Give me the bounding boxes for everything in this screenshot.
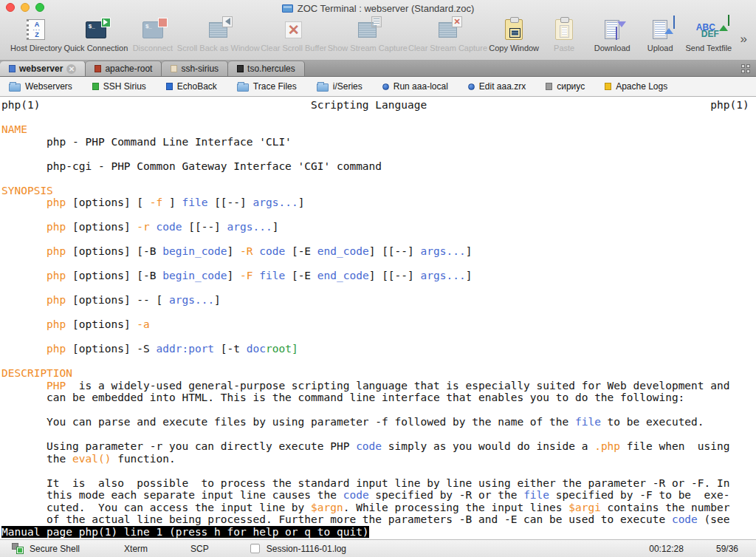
quick-button-сириус[interactable]: сириус: [546, 81, 585, 92]
quick-button-label: EchoBack: [177, 81, 217, 92]
quick-button-label: Trace Files: [253, 81, 297, 92]
window-title-text: ZOC Terminal : webserver (Standard.zoc): [298, 3, 475, 14]
tab-close-icon[interactable]: ✕: [66, 64, 76, 74]
toolbar-button-label: Paste: [554, 44, 574, 52]
connection-status-icon: [12, 543, 24, 554]
square-icon: [605, 83, 611, 90]
quick-button-ssh-sirius[interactable]: SSH Sirius: [92, 81, 146, 92]
toolbar-button-label: Clear Scroll Buffer: [261, 44, 326, 52]
terminal-line: [1, 258, 756, 270]
terminal-line: [1, 331, 756, 344]
clear-stream-icon: ✕: [434, 18, 462, 41]
toolbar-quick-connection-button[interactable]: $_Quick Connection: [66, 18, 126, 52]
terminal-line: [1, 233, 756, 246]
square-icon: [92, 83, 99, 90]
tab-bar: webserver✕apache-rootssh-siriustso.hercu…: [0, 61, 756, 77]
session-type-icon: [9, 65, 16, 72]
quick-button-edit-aaa-zrx[interactable]: Edit aaa.zrx: [468, 81, 526, 92]
tab-tso-hercules[interactable]: tso.hercules: [228, 61, 305, 76]
terminal-line: [1, 465, 756, 477]
close-window-button[interactable]: [6, 3, 15, 12]
quick-button-label: Apache Logs: [616, 81, 667, 92]
toolbar-copy-window-button[interactable]: Copy Window: [490, 18, 537, 52]
terminal-screen[interactable]: php(1) Scripting Language php(1) NAME ph…: [0, 97, 756, 539]
download-icon: [598, 18, 626, 41]
terminal-line: Using parameter -r you can directly exec…: [1, 440, 756, 453]
quick-button-i-series[interactable]: i/Series: [317, 81, 362, 92]
disconnect-icon: $_: [139, 18, 167, 41]
window-title: ZOC Terminal : webserver (Standard.zoc): [282, 1, 475, 14]
tab-apache-root[interactable]: apache-root: [86, 61, 162, 76]
terminal-line: php(1) Scripting Language php(1): [1, 99, 756, 112]
dot-icon: [468, 83, 475, 90]
toolbar-button-label: Disconnect: [133, 44, 173, 52]
quick-button-trace-files[interactable]: Trace Files: [237, 81, 297, 92]
zoom-window-button[interactable]: [35, 3, 44, 12]
quick-button-label: SSH Sirius: [103, 81, 146, 92]
tab-label: tso.hercules: [247, 64, 295, 74]
quick-button-webservers[interactable]: Webservers: [9, 81, 72, 92]
status-cursor-position: 59/36: [716, 544, 738, 554]
terminal-line: DESCRIPTION: [1, 367, 756, 380]
toolbar-overflow-button[interactable]: »: [736, 32, 752, 47]
tab-webserver[interactable]: webserver✕: [0, 61, 86, 76]
toolbar-upload-button[interactable]: Upload: [639, 18, 681, 52]
toolbar-host-directory-button[interactable]: A···ZHost Directory: [12, 18, 61, 52]
session-type-icon: [237, 65, 244, 72]
toolbar-button-label: Upload: [647, 44, 673, 52]
titlebar: ZOC Terminal : webserver (Standard.zoc): [0, 0, 756, 15]
toolbar-paste-button: Paste: [543, 18, 585, 52]
terminal-line: the eval() function.: [1, 453, 756, 465]
toolbar-scroll-back-as-window-button: Scroll Back as Window: [179, 18, 258, 52]
terminal-line: php [options] [ -f ] file [[--] args...]: [1, 197, 756, 209]
toolbar-disconnect-button: $_Disconnect: [131, 18, 174, 52]
square-icon: [546, 83, 552, 90]
upload-icon: [646, 18, 674, 41]
terminal-line: PHP is a widely-used general-purpose scr…: [1, 380, 756, 392]
quick-button-echoback[interactable]: EchoBack: [166, 81, 217, 92]
status-emulation[interactable]: Xterm: [124, 544, 148, 554]
terminal-line: php [options] -a: [1, 318, 756, 331]
status-log-file[interactable]: Session-1116-01.log: [267, 544, 346, 554]
show-stream-icon: [354, 18, 382, 41]
toolbar-download-button[interactable]: Download: [591, 18, 633, 52]
status-session-time: 00:12:28: [649, 544, 684, 554]
quick-button-label: сириус: [557, 81, 585, 92]
quick-button-bar: WebserversSSH SiriusEchoBackTrace Filesi…: [0, 77, 756, 97]
folder-icon: [9, 83, 21, 92]
quick-button-label: i/Series: [333, 81, 362, 92]
scrollback-window-icon: [205, 18, 233, 41]
terminal-line: [1, 428, 756, 441]
tab-label: ssh-sirius: [181, 64, 219, 74]
terminal-line: [1, 404, 756, 417]
toolbar-button-label: Scroll Back as Window: [177, 44, 260, 52]
toolbar-send-textfile-button[interactable]: ABCDEFSend Textfile: [687, 18, 730, 52]
toolbar-button-label: Clear Stream Capture: [408, 44, 487, 52]
terminal-line: [1, 209, 756, 222]
logging-checkbox[interactable]: [250, 544, 260, 553]
toolbar-button-label: Host Directory: [10, 44, 62, 52]
minimize-window-button[interactable]: [21, 3, 30, 12]
tab-ssh-sirius[interactable]: ssh-sirius: [162, 61, 228, 76]
copy-window-icon: [500, 18, 528, 41]
quick-button-label: Edit aaa.zrx: [479, 81, 526, 92]
app-window-icon: [282, 4, 293, 13]
quick-button-label: Webservers: [25, 81, 72, 92]
traffic-lights: [6, 3, 44, 12]
terminal-line: php-cgi - PHP Common Gateway Interface '…: [1, 160, 756, 173]
terminal-line: php - PHP Command Line Interface 'CLI': [1, 136, 756, 148]
tab-label: webserver: [19, 64, 63, 74]
host-directory-icon: A···Z: [22, 18, 50, 41]
terminal-line: of the actual line being processed. Furt…: [1, 513, 756, 526]
status-transfer-protocol[interactable]: SCP: [190, 544, 209, 554]
terminal-line: [1, 355, 756, 368]
quick-connection-icon: $_: [82, 18, 110, 41]
terminal-line: php [options] -r code [[--] args...]: [1, 221, 756, 233]
quick-button-apache-logs[interactable]: Apache Logs: [605, 81, 667, 92]
tab-label: apache-root: [105, 64, 152, 74]
terminal-line: php [options] [-B begin_code] -F file [-…: [1, 270, 756, 282]
tab-overview-icon[interactable]: [741, 64, 750, 73]
status-connection-type[interactable]: Secure Shell: [30, 544, 80, 554]
quick-button-run-aaa-local[interactable]: Run aaa-local: [382, 81, 448, 92]
terminal-line: php [options] -S addr:port [-t docroot]: [1, 343, 756, 355]
